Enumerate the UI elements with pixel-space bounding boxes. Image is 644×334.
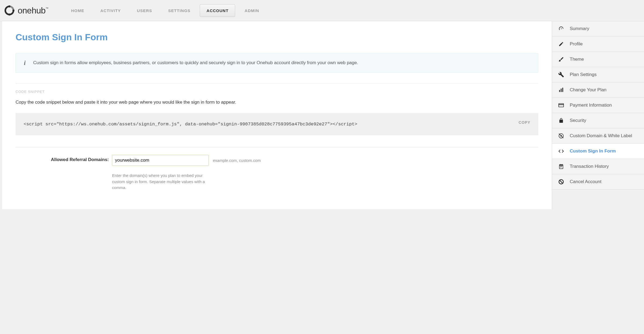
nav-admin[interactable]: ADMIN — [238, 4, 266, 17]
paint-icon — [558, 56, 564, 63]
gauge-icon — [558, 26, 564, 32]
svg-rect-4 — [559, 90, 560, 92]
sidebar-item-label: Profile — [570, 41, 583, 47]
code-section-label: CODE SNIPPET — [16, 90, 538, 94]
svg-rect-8 — [559, 104, 564, 105]
sidebar-item-label: Change Your Plan — [570, 87, 606, 93]
onehub-logo-icon — [4, 5, 15, 16]
sidebar-item-label: Theme — [570, 57, 584, 62]
account-sidebar: SummaryProfileThemePlan SettingsChange Y… — [552, 21, 644, 209]
svg-point-3 — [8, 13, 10, 16]
tools-icon — [558, 71, 564, 78]
svg-point-1 — [8, 5, 10, 8]
sidebar-item-label: Custom Domain & White Label — [570, 133, 632, 139]
sidebar-item-label: Plan Settings — [570, 72, 597, 77]
sidebar-item-summary[interactable]: Summary — [552, 21, 644, 37]
sidebar-item-label: Transaction History — [570, 164, 609, 169]
allowed-domains-input[interactable] — [112, 155, 209, 166]
top-bar: onehub™ HOMEACTIVITYUSERSSETTINGSACCOUNT… — [0, 0, 644, 21]
sidebar-item-transaction-history[interactable]: Transaction History — [552, 159, 644, 174]
svg-line-12 — [560, 180, 563, 183]
sidebar-item-label: Payment Information — [570, 103, 612, 108]
divider — [16, 84, 538, 84]
allowed-domains-hint: example.com, custom.com — [209, 155, 538, 163]
nav-account[interactable]: ACCOUNT — [200, 4, 235, 17]
sidebar-item-custom-domain-white-label[interactable]: Custom Domain & White Label — [552, 128, 644, 144]
info-callout: i Custom sign in forms allow employees, … — [16, 53, 538, 73]
sidebar-item-change-your-plan[interactable]: Change Your Plan — [552, 82, 644, 98]
sidebar-item-theme[interactable]: Theme — [552, 52, 644, 67]
nav-settings[interactable]: SETTINGS — [161, 4, 197, 17]
info-icon: i — [24, 59, 26, 67]
bars-icon — [558, 87, 564, 93]
sidebar-item-payment-information[interactable]: Payment Information — [552, 98, 644, 113]
code-snippet-text[interactable]: <script src="https://ws.onehub.com/asset… — [24, 122, 357, 127]
compass-off-icon — [558, 133, 564, 139]
code-snippet-block: <script src="https://ws.onehub.com/asset… — [16, 113, 538, 135]
sidebar-item-cancel-account[interactable]: Cancel Account — [552, 174, 644, 190]
code-section-description: Copy the code snippet below and paste it… — [16, 100, 538, 105]
sidebar-item-label: Summary — [570, 26, 589, 31]
sidebar-item-label: Cancel Account — [570, 179, 601, 184]
sidebar-item-label: Security — [570, 118, 586, 123]
code-icon — [558, 148, 564, 154]
logo[interactable]: onehub™ — [4, 5, 48, 16]
nav-home[interactable]: HOME — [64, 4, 91, 17]
copy-button[interactable]: COPY — [519, 119, 530, 125]
notepad-icon — [558, 163, 564, 170]
primary-nav: HOMEACTIVITYUSERSSETTINGSACCOUNTADMIN — [64, 4, 266, 17]
lock-icon — [558, 117, 564, 124]
ban-icon — [558, 179, 564, 185]
svg-point-2 — [12, 9, 14, 12]
sidebar-item-custom-sign-in-form[interactable]: Custom Sign In Form — [552, 144, 644, 159]
allowed-domains-help: Enter the domain(s) where you plan to em… — [112, 173, 209, 191]
allowed-domains-row: Allowed Referral Domains: Enter the doma… — [16, 147, 538, 191]
sidebar-item-security[interactable]: Security — [552, 113, 644, 128]
svg-rect-5 — [561, 89, 561, 92]
info-text: Custom sign in forms allow employees, bu… — [33, 59, 358, 67]
main-content: Custom Sign In Form i Custom sign in for… — [2, 21, 552, 209]
sidebar-item-profile[interactable]: Profile — [552, 37, 644, 52]
nav-users[interactable]: USERS — [130, 4, 159, 17]
brand-name: onehub™ — [18, 6, 48, 16]
pencil-icon — [558, 41, 564, 47]
sidebar-item-label: Custom Sign In Form — [570, 148, 616, 154]
card-icon — [558, 102, 564, 108]
nav-activity[interactable]: ACTIVITY — [94, 4, 127, 17]
sidebar-item-plan-settings[interactable]: Plan Settings — [552, 67, 644, 82]
svg-rect-6 — [562, 88, 563, 92]
page-title: Custom Sign In Form — [16, 32, 538, 42]
allowed-domains-label: Allowed Referral Domains: — [16, 155, 112, 162]
svg-rect-7 — [559, 104, 564, 107]
